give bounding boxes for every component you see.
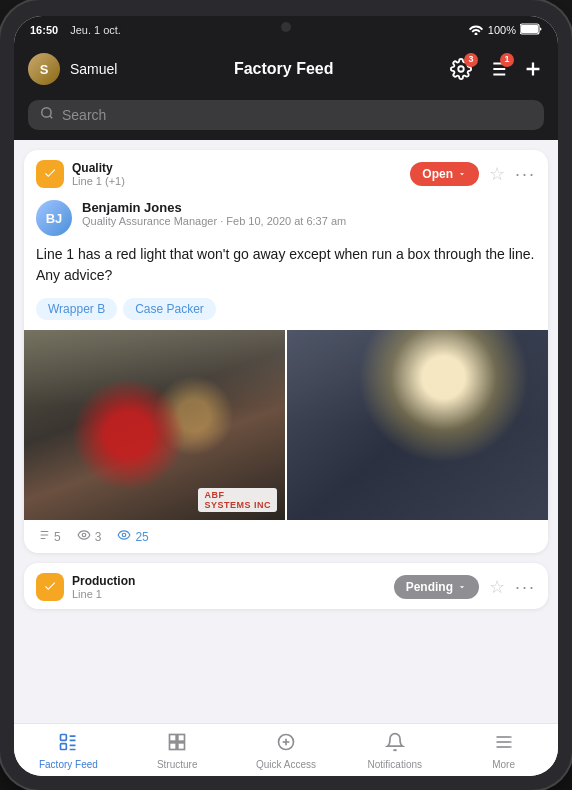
status-pending-button[interactable]: Pending bbox=[394, 575, 479, 599]
feed-content: Quality Line 1 (+1) Open ☆ ··· BJ Benjam… bbox=[14, 140, 558, 723]
more-button-2[interactable]: ··· bbox=[515, 577, 536, 598]
svg-rect-1 bbox=[521, 25, 538, 33]
nav-more[interactable]: More bbox=[449, 730, 558, 772]
notifications-icon bbox=[385, 732, 405, 757]
svg-rect-26 bbox=[170, 743, 177, 750]
author-avatar-1: BJ bbox=[36, 200, 72, 236]
category-badge-production bbox=[36, 573, 64, 601]
author-name-1: Benjamin Jones bbox=[82, 200, 536, 215]
svg-point-17 bbox=[123, 533, 127, 537]
more-nav-icon bbox=[494, 732, 514, 757]
production-icon bbox=[43, 579, 57, 596]
status-right: 100% bbox=[468, 23, 542, 37]
author-info-1: Benjamin Jones Quality Assurance Manager… bbox=[82, 200, 536, 227]
views-stat[interactable]: 3 bbox=[77, 528, 102, 545]
add-button[interactable] bbox=[522, 58, 544, 80]
nav-notifications[interactable]: Notifications bbox=[340, 730, 449, 772]
wifi-icon bbox=[468, 23, 484, 37]
bottom-nav: Factory Feed Structure Q bbox=[14, 723, 558, 776]
quality-icon bbox=[43, 166, 57, 183]
views-count: 3 bbox=[95, 530, 102, 544]
nav-more-label: More bbox=[492, 759, 515, 770]
card-header-2: Production Line 1 Pending ☆ ··· bbox=[24, 563, 548, 609]
nav-avatar[interactable]: S bbox=[28, 53, 60, 85]
card-category-2: Production bbox=[72, 574, 386, 588]
star-button-2[interactable]: ☆ bbox=[489, 576, 505, 598]
tag-case-packer[interactable]: Case Packer bbox=[123, 298, 216, 320]
card-line-1: Line 1 (+1) bbox=[72, 175, 402, 187]
structure-icon bbox=[167, 732, 187, 757]
post-footer-1: 5 3 bbox=[24, 520, 548, 553]
nav-factory-feed-label: Factory Feed bbox=[39, 759, 98, 770]
svg-point-11 bbox=[42, 108, 51, 117]
eye-icon bbox=[117, 528, 131, 545]
svg-point-16 bbox=[82, 533, 86, 537]
settings-badge: 3 bbox=[464, 53, 478, 67]
top-nav: S Samuel Factory Feed 3 bbox=[14, 44, 558, 94]
nav-structure-label: Structure bbox=[157, 759, 198, 770]
post-tags-1: Wrapper B Case Packer bbox=[24, 294, 548, 330]
svg-rect-19 bbox=[61, 744, 67, 750]
card-line-2: Line 1 bbox=[72, 588, 386, 600]
factory-feed-icon bbox=[58, 732, 78, 757]
card-meta-2: Production Line 1 bbox=[72, 574, 386, 600]
post-images-1: ABFSYSTEMS INC bbox=[24, 330, 548, 520]
nav-notifications-label: Notifications bbox=[368, 759, 422, 770]
messages-button[interactable]: 1 bbox=[486, 58, 508, 80]
more-button-1[interactable]: ··· bbox=[515, 164, 536, 185]
device-inner: 16:50 Jeu. 1 oct. 100% bbox=[14, 16, 558, 776]
svg-rect-18 bbox=[61, 735, 67, 741]
svg-point-2 bbox=[458, 66, 464, 72]
status-open-button[interactable]: Open bbox=[410, 162, 479, 186]
views-icon bbox=[77, 528, 91, 545]
battery-percent: 100% bbox=[488, 24, 516, 36]
nav-quick-access[interactable]: Quick Access bbox=[232, 730, 341, 772]
eye-stat[interactable]: 25 bbox=[117, 528, 148, 545]
comments-stat[interactable]: 5 bbox=[36, 528, 61, 545]
device: 16:50 Jeu. 1 oct. 100% bbox=[0, 0, 572, 790]
search-input-wrap[interactable] bbox=[28, 100, 544, 130]
svg-rect-27 bbox=[178, 743, 185, 750]
comments-count: 5 bbox=[54, 530, 61, 544]
camera-notch bbox=[281, 22, 291, 32]
post-card-2: Production Line 1 Pending ☆ ··· bbox=[24, 563, 548, 609]
status-date: Jeu. 1 oct. bbox=[70, 24, 121, 36]
search-bar bbox=[14, 94, 558, 140]
nav-title: Factory Feed bbox=[127, 60, 440, 78]
nav-structure[interactable]: Structure bbox=[123, 730, 232, 772]
tag-wrapper-b[interactable]: Wrapper B bbox=[36, 298, 117, 320]
nav-factory-feed[interactable]: Factory Feed bbox=[14, 730, 123, 772]
svg-rect-24 bbox=[170, 735, 177, 742]
settings-button[interactable]: 3 bbox=[450, 58, 472, 80]
category-badge-quality bbox=[36, 160, 64, 188]
card-header-1: Quality Line 1 (+1) Open ☆ ··· bbox=[24, 150, 548, 196]
post-image-left[interactable]: ABFSYSTEMS INC bbox=[24, 330, 285, 520]
svg-rect-25 bbox=[178, 735, 185, 742]
post-author-1: BJ Benjamin Jones Quality Assurance Mana… bbox=[24, 196, 548, 244]
quick-access-icon bbox=[276, 732, 296, 757]
search-icon bbox=[40, 106, 54, 124]
eye-count: 25 bbox=[135, 530, 148, 544]
nav-username: Samuel bbox=[70, 61, 117, 77]
status-time: 16:50 bbox=[30, 24, 58, 36]
search-input[interactable] bbox=[62, 107, 532, 123]
nav-icons: 3 1 bbox=[450, 58, 544, 80]
battery-icon bbox=[520, 23, 542, 37]
post-card-1: Quality Line 1 (+1) Open ☆ ··· BJ Benjam… bbox=[24, 150, 548, 553]
image-watermark: ABFSYSTEMS INC bbox=[198, 488, 277, 512]
nav-quick-access-label: Quick Access bbox=[256, 759, 316, 770]
post-image-right[interactable] bbox=[287, 330, 548, 520]
star-button-1[interactable]: ☆ bbox=[489, 163, 505, 185]
card-meta-1: Quality Line 1 (+1) bbox=[72, 161, 402, 187]
svg-line-12 bbox=[50, 116, 53, 119]
author-role-1: Quality Assurance Manager · Feb 10, 2020… bbox=[82, 215, 536, 227]
post-body-1: Line 1 has a red light that won't go awa… bbox=[24, 244, 548, 294]
card-category-1: Quality bbox=[72, 161, 402, 175]
messages-badge: 1 bbox=[500, 53, 514, 67]
comments-icon bbox=[36, 528, 50, 545]
